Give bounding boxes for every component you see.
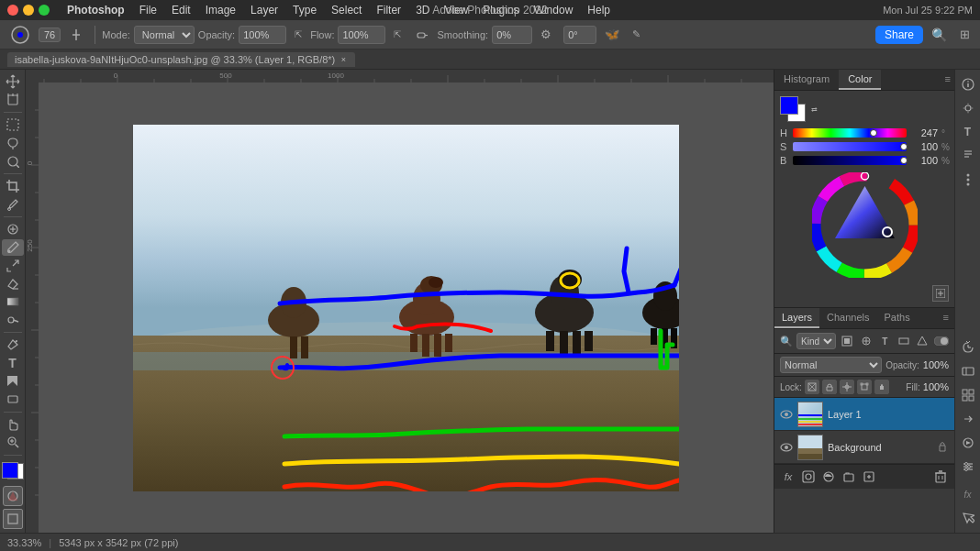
info-icon-btn[interactable]: [957, 73, 979, 95]
histogram-tab[interactable]: Histogram: [774, 70, 839, 90]
adjust-btn[interactable]: [957, 456, 979, 478]
tool-quick-select[interactable]: [2, 152, 24, 170]
tool-artboard[interactable]: [2, 92, 24, 109]
color-swatch[interactable]: [2, 462, 24, 479]
filter-toggle-btn[interactable]: [934, 333, 950, 349]
angle-input[interactable]: [563, 26, 596, 44]
color-tab[interactable]: Color: [839, 70, 881, 90]
layer-item-layer1[interactable]: Layer 1: [774, 398, 954, 431]
animations-btn[interactable]: [957, 432, 979, 454]
actions-btn[interactable]: [957, 408, 979, 430]
add-to-swatches-btn[interactable]: [932, 285, 949, 302]
tablet-btn[interactable]: ✎: [628, 27, 645, 42]
channels-tab[interactable]: Channels: [819, 308, 876, 328]
saturation-slider[interactable]: [793, 142, 907, 151]
lock-artboard-btn[interactable]: [857, 380, 872, 394]
swap-colors-btn[interactable]: ⇄: [811, 105, 818, 114]
foreground-color[interactable]: [2, 462, 18, 479]
smoothing-options-btn[interactable]: ⚙: [536, 26, 556, 43]
filter-adjustment-btn[interactable]: [859, 333, 874, 349]
mode-select[interactable]: Normal: [134, 26, 195, 44]
tool-pen[interactable]: [2, 336, 24, 354]
close-button[interactable]: [7, 5, 18, 16]
tool-brush[interactable]: [2, 239, 24, 257]
blend-mode-select[interactable]: Normal: [780, 357, 882, 373]
background-visibility[interactable]: [780, 441, 793, 454]
lock-transparent-btn[interactable]: [805, 380, 819, 394]
tool-path-select[interactable]: [2, 372, 24, 390]
tool-crop[interactable]: [2, 178, 24, 195]
filter-pixel-btn[interactable]: [840, 333, 855, 349]
menu-select[interactable]: Select: [325, 2, 368, 18]
symmetry-btn[interactable]: 🦋: [600, 26, 624, 43]
screen-mode-btn[interactable]: [3, 509, 23, 529]
filter-shape-btn[interactable]: [896, 333, 912, 349]
lock-position-btn[interactable]: [840, 380, 854, 394]
menu-file[interactable]: File: [133, 2, 163, 18]
tool-gradient[interactable]: [2, 293, 24, 311]
share-button[interactable]: Share: [875, 26, 923, 44]
layers-menu-btn[interactable]: ≡: [938, 308, 954, 328]
tool-heal[interactable]: [2, 221, 24, 238]
fx-bottom-btn[interactable]: fx: [957, 483, 979, 505]
tool-eyedropper[interactable]: [2, 196, 24, 214]
color-wheel-svg[interactable]: [812, 172, 918, 278]
history-btn[interactable]: [957, 336, 979, 358]
add-adjustment-btn[interactable]: [820, 468, 837, 485]
tool-preset-picker[interactable]: [6, 23, 35, 47]
menu-help[interactable]: Help: [581, 2, 617, 18]
tool-shape[interactable]: [2, 391, 24, 408]
tool-type[interactable]: T: [2, 355, 24, 372]
tool-hand[interactable]: [2, 415, 24, 433]
select-bottom-btn[interactable]: [957, 507, 979, 529]
file-tab[interactable]: isabella-juskova-9aNItHjuOc0-unsplash.jp…: [7, 52, 355, 67]
paragraph-btn[interactable]: [957, 145, 979, 167]
search-btn[interactable]: 🔍: [927, 26, 952, 44]
menu-filter[interactable]: Filter: [370, 2, 407, 18]
create-group-btn[interactable]: [841, 468, 857, 485]
smoothing-input[interactable]: [492, 26, 532, 44]
hue-slider[interactable]: [793, 128, 907, 138]
menu-image[interactable]: Image: [199, 2, 242, 18]
more-btn[interactable]: [957, 169, 979, 191]
maximize-button[interactable]: [39, 5, 50, 16]
paths-tab[interactable]: Paths: [877, 308, 918, 328]
tool-zoom[interactable]: [2, 434, 24, 451]
tool-marquee[interactable]: [2, 116, 24, 134]
add-mask-btn[interactable]: [800, 468, 817, 485]
layer-item-background[interactable]: Background: [774, 431, 954, 464]
tool-eraser[interactable]: [2, 275, 24, 292]
flow-pressure-btn[interactable]: ⇱: [389, 28, 406, 41]
tool-clone[interactable]: [2, 257, 24, 274]
fg-swatch[interactable]: [780, 96, 798, 115]
menu-layer[interactable]: Layer: [244, 2, 284, 18]
tool-move[interactable]: [2, 73, 24, 91]
menu-edit[interactable]: Edit: [165, 2, 197, 18]
lock-all-btn[interactable]: [874, 380, 889, 394]
settings-icon-btn[interactable]: [957, 97, 979, 119]
quick-mask-btn[interactable]: [3, 486, 23, 506]
patterns-btn[interactable]: [957, 384, 979, 406]
lock-image-btn[interactable]: [822, 380, 837, 394]
flow-input[interactable]: [338, 26, 385, 44]
filter-type-btn[interactable]: T: [877, 333, 893, 349]
fx-btn[interactable]: fx: [780, 468, 796, 485]
layer1-visibility[interactable]: [780, 408, 793, 421]
tool-lasso[interactable]: [2, 135, 24, 152]
panel-menu-btn[interactable]: ≡: [941, 70, 954, 90]
brush-angle-btn[interactable]: [64, 26, 88, 44]
airbrush-btn[interactable]: [409, 26, 433, 44]
file-tab-close[interactable]: ×: [339, 55, 348, 64]
menu-photoshop[interactable]: Photoshop: [61, 2, 131, 18]
new-layer-btn[interactable]: [861, 468, 877, 485]
menu-type[interactable]: Type: [286, 2, 323, 18]
canvas-area[interactable]: [39, 83, 774, 533]
properties-btn[interactable]: [957, 360, 979, 382]
filter-kind-select[interactable]: Kind: [796, 333, 836, 349]
filter-smart-btn[interactable]: [915, 333, 930, 349]
extras-btn[interactable]: ⊞: [955, 26, 974, 43]
opacity-pressure-btn[interactable]: ⇱: [290, 28, 306, 41]
type-properties-btn[interactable]: T: [957, 121, 979, 143]
tool-dodge[interactable]: [2, 311, 24, 328]
delete-layer-btn[interactable]: [932, 468, 949, 485]
